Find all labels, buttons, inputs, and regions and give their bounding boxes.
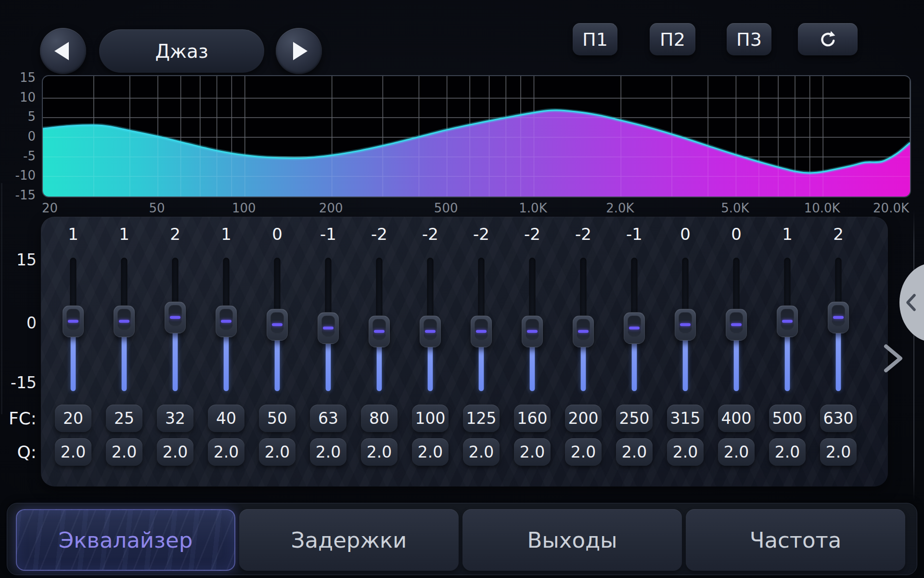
band-q-button[interactable]: 2.0 — [55, 438, 91, 466]
thumb-inset — [424, 319, 437, 340]
side-drawer-handle[interactable] — [893, 263, 924, 344]
thumb-inset — [66, 309, 80, 330]
band-fc-value: 32 — [165, 409, 185, 428]
band-q-button[interactable]: 2.0 — [361, 438, 398, 466]
band-q-button[interactable]: 2.0 — [463, 438, 500, 466]
band-fc-button[interactable]: 500 — [769, 405, 806, 432]
band-fc-button[interactable]: 630 — [820, 405, 857, 432]
band-slider-thumb[interactable] — [216, 305, 237, 337]
thumb-grip-icon — [731, 323, 742, 326]
thumb-grip-icon — [680, 323, 691, 326]
bottom-tab-bar: Эквалайзер Задержки Выходы Частота — [7, 503, 917, 575]
eq-band-13: 03152.0 — [668, 217, 702, 486]
preset-slot-3-label: П3 — [736, 29, 762, 50]
eq-band-6: -1632.0 — [311, 217, 345, 486]
band-fc-button[interactable]: 40 — [208, 405, 244, 432]
x-tick-label: 5.0K — [721, 201, 749, 215]
band-q-button[interactable]: 2.0 — [820, 438, 857, 466]
band-q-button[interactable]: 2.0 — [208, 438, 244, 466]
band-fc-button[interactable]: 125 — [463, 405, 500, 432]
preset-name-display[interactable]: Джаз — [99, 29, 264, 73]
eq-band-3: 2322.0 — [158, 217, 192, 486]
left-triangle-icon — [54, 42, 69, 60]
band-fc-button[interactable]: 80 — [361, 405, 398, 432]
band-q-button[interactable]: 2.0 — [616, 438, 653, 466]
band-q-value: 2.0 — [469, 443, 494, 461]
eq-band-5: 0502.0 — [260, 217, 294, 486]
band-slider-thumb[interactable] — [267, 309, 288, 341]
thumb-inset — [372, 319, 386, 340]
band-fc-button[interactable]: 63 — [310, 405, 346, 432]
preset-next-button[interactable] — [276, 28, 322, 74]
bands-next-page-button[interactable] — [882, 343, 904, 376]
band-slider-thumb[interactable] — [828, 302, 849, 333]
preset-slot-2-button[interactable]: П2 — [650, 23, 695, 55]
band-gain-value: -2 — [354, 224, 405, 244]
band-fc-button[interactable]: 50 — [259, 405, 295, 432]
eq-response-chart — [42, 75, 911, 197]
band-fc-value: 25 — [114, 409, 134, 428]
thumb-grip-icon — [782, 320, 793, 323]
band-fc-value: 20 — [63, 409, 83, 428]
tab-delays[interactable]: Задержки — [239, 509, 459, 571]
band-q-value: 2.0 — [61, 443, 86, 461]
band-fc-button[interactable]: 100 — [412, 405, 449, 432]
band-q-button[interactable]: 2.0 — [514, 438, 551, 466]
band-slider-thumb[interactable] — [318, 312, 339, 344]
preset-prev-button[interactable] — [40, 28, 86, 74]
thumb-grip-icon — [833, 316, 844, 319]
thumb-grip-icon — [527, 330, 538, 333]
band-q-button[interactable]: 2.0 — [310, 438, 346, 466]
band-q-button[interactable]: 2.0 — [565, 438, 602, 466]
slider-scale-zero-label: 0 — [0, 313, 37, 334]
band-q-value: 2.0 — [316, 443, 341, 461]
thumb-inset — [219, 309, 233, 330]
tab-outputs[interactable]: Выходы — [462, 509, 682, 571]
band-slider-thumb[interactable] — [675, 309, 696, 341]
tab-frequency[interactable]: Частота — [686, 509, 905, 571]
band-fc-button[interactable]: 250 — [616, 405, 653, 432]
band-slider-thumb[interactable] — [369, 315, 390, 347]
band-slider-thumb[interactable] — [624, 312, 645, 344]
thumb-inset — [117, 309, 131, 330]
band-fc-button[interactable]: 200 — [565, 405, 602, 432]
band-slider-thumb[interactable] — [777, 305, 798, 337]
band-fc-button[interactable]: 20 — [55, 405, 91, 432]
band-fc-button[interactable]: 315 — [667, 405, 704, 432]
band-q-button[interactable]: 2.0 — [667, 438, 704, 466]
band-q-button[interactable]: 2.0 — [106, 438, 142, 466]
preset-slot-3-button[interactable]: П3 — [727, 23, 771, 55]
band-slider-thumb[interactable] — [726, 309, 747, 341]
band-fc-button[interactable]: 32 — [157, 405, 193, 432]
band-gain-value: 1 — [762, 224, 813, 244]
band-slider-thumb[interactable] — [165, 302, 186, 333]
slider-scale-max-label: 15 — [0, 250, 37, 271]
thumb-inset — [526, 319, 539, 340]
band-fc-button[interactable]: 160 — [514, 405, 551, 432]
thumb-inset — [781, 309, 794, 330]
preset-slot-1-button[interactable]: П1 — [573, 23, 617, 55]
band-slider-thumb[interactable] — [63, 305, 84, 337]
band-slider-thumb[interactable] — [114, 305, 135, 337]
reset-button[interactable] — [798, 23, 858, 55]
eq-band-7: -2802.0 — [362, 217, 396, 486]
tab-frequency-label: Частота — [750, 527, 842, 553]
band-q-button[interactable]: 2.0 — [259, 438, 295, 466]
band-slider-thumb[interactable] — [471, 315, 492, 347]
band-q-button[interactable]: 2.0 — [157, 438, 193, 466]
band-q-value: 2.0 — [673, 443, 698, 461]
thumb-grip-icon — [272, 323, 282, 326]
y-tick-label: 0 — [2, 129, 36, 144]
band-slider-thumb[interactable] — [420, 315, 441, 347]
tab-outputs-label: Выходы — [527, 527, 617, 553]
band-q-button[interactable]: 2.0 — [412, 438, 449, 466]
tab-equalizer[interactable]: Эквалайзер — [16, 509, 235, 571]
band-slider-thumb[interactable] — [522, 315, 543, 347]
band-fc-button[interactable]: 25 — [106, 405, 142, 432]
band-q-button[interactable]: 2.0 — [769, 438, 806, 466]
band-slider-thumb[interactable] — [573, 315, 594, 347]
band-fc-button[interactable]: 400 — [718, 405, 755, 432]
thumb-inset — [730, 312, 743, 333]
band-q-button[interactable]: 2.0 — [718, 438, 755, 466]
x-tick-label: 50 — [149, 201, 165, 215]
